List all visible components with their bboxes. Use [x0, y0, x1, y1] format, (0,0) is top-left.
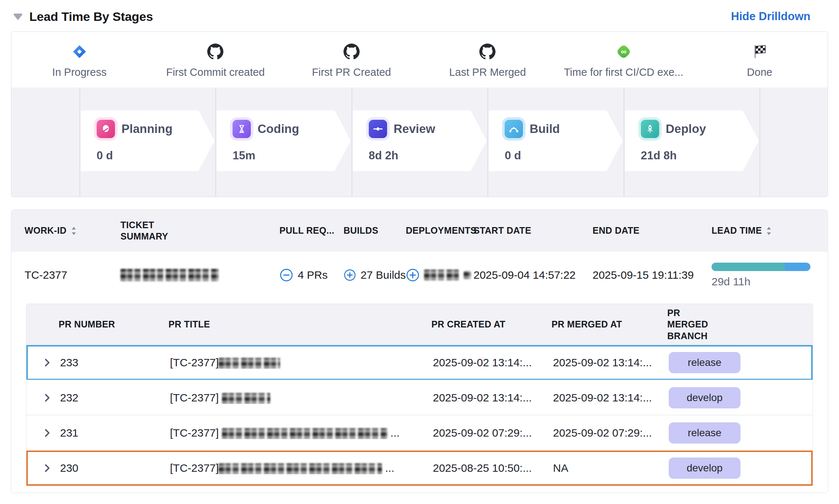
- milestone-label: In Progress: [52, 66, 107, 78]
- pr-merged-at: 2025-09-02 13:14:...: [553, 356, 669, 369]
- redacted-text: [120, 269, 219, 281]
- sort-work-id-button[interactable]: [71, 226, 77, 236]
- stage-card-review: Review 8d 2h: [353, 110, 487, 171]
- sort-lead-time-button[interactable]: [766, 226, 772, 236]
- hourglass-icon: [233, 120, 251, 138]
- col-pull-requests: PULL REQ...: [279, 225, 344, 236]
- pr-created-at: 2025-09-02 13:14:...: [433, 356, 553, 369]
- col-pr-number: PR NUMBER: [59, 319, 168, 330]
- ticket-summary-redacted: [120, 269, 279, 281]
- expand-chevron-icon[interactable]: [42, 358, 60, 367]
- expand-chevron-icon[interactable]: [42, 393, 60, 403]
- pr-row-230[interactable]: 230 [TC-2377] ... 2025-08-25 10:50:... N…: [26, 451, 813, 486]
- pr-number: 233: [60, 356, 170, 369]
- stage-card-deploy: Deploy 21d 8h: [625, 110, 759, 171]
- milestone-first-commit: First Commit created: [148, 32, 284, 88]
- deployments-cell[interactable]: [406, 268, 474, 282]
- pr-merged-at: 2025-09-02 07:29:...: [553, 427, 669, 439]
- jira-icon: [72, 41, 87, 62]
- stage-card-planning: Planning 0 d: [81, 110, 215, 171]
- stage-name: Build: [530, 122, 560, 136]
- cicd-infinity-icon: ∞: [615, 41, 632, 62]
- stage-duration: 8d 2h: [369, 149, 487, 162]
- redacted-text: [222, 393, 270, 404]
- milestone-first-pr: First PR Created: [283, 32, 420, 88]
- lead-time-cell: 29d 11h: [712, 263, 828, 288]
- redacted-text: [424, 270, 459, 281]
- pr-title: [TC-2377]: [170, 356, 433, 369]
- expand-chevron-icon[interactable]: [42, 428, 60, 438]
- collapse-minus-icon[interactable]: [279, 268, 293, 282]
- milestone-done: Done: [692, 32, 828, 88]
- pr-row-233[interactable]: 233 [TC-2377] 2025-09-02 13:14:... 2025-…: [26, 345, 813, 380]
- lead-time-stages-panel: In Progress First Commit created First P…: [11, 32, 828, 197]
- pr-row-232[interactable]: 232 [TC-2377] 2025-09-02 13:14:... 2025-…: [26, 380, 813, 415]
- lead-time-drilldown-page: Lead Time By Stages Hide Drilldown In Pr…: [0, 0, 839, 504]
- lead-bar-blue-segment: [785, 263, 810, 271]
- pr-table-header: PR NUMBER PR TITLE PR CREATED AT PR MERG…: [26, 304, 813, 345]
- stage-name: Planning: [122, 122, 172, 136]
- stage-duration: 15m: [233, 149, 350, 162]
- expand-plus-icon[interactable]: [406, 268, 420, 282]
- pr-merged-at: 2025-09-02 13:14:...: [553, 392, 669, 404]
- hide-drilldown-link[interactable]: Hide Drilldown: [731, 10, 828, 23]
- lead-time-bar: [712, 263, 810, 271]
- git-commit-icon: [369, 120, 387, 138]
- pr-title: [TC-2377] ...: [170, 462, 433, 474]
- col-end-date: END DATE: [593, 225, 712, 236]
- expand-plus-icon[interactable]: [344, 268, 356, 282]
- pull-requests-cell[interactable]: 4 PRs: [279, 268, 344, 282]
- pr-row-231[interactable]: 231 [TC-2377] ... 2025-09-02 07:29:... 2…: [26, 415, 813, 451]
- pr-number: 230: [60, 462, 170, 474]
- milestone-label: Done: [747, 66, 772, 78]
- work-item-row[interactable]: TC-2377 4 PRs 27 Builds: [11, 252, 828, 299]
- work-items-table: WORK-ID TICKET SUMMARY PULL REQ... BUILD…: [11, 210, 828, 493]
- milestone-first-cicd: ∞ Time for first CI/CD exe...: [556, 32, 692, 88]
- rocket-icon: [641, 120, 659, 138]
- col-start-date: START DATE: [474, 225, 593, 236]
- github-icon: [344, 41, 360, 62]
- stage-name: Coding: [257, 122, 299, 136]
- col-deployments: DEPLOYMENTS: [406, 225, 474, 236]
- redacted-text: [222, 428, 387, 439]
- planning-icon: [97, 120, 115, 138]
- github-icon: [479, 41, 495, 62]
- pr-created-at: 2025-08-25 10:50:...: [433, 462, 553, 474]
- pr-merged-branch: release: [669, 422, 811, 444]
- pr-created-at: 2025-09-02 13:14:...: [433, 392, 553, 404]
- lead-time-value: 29d 11h: [712, 275, 813, 288]
- col-ticket-summary: TICKET SUMMARY: [120, 219, 175, 242]
- pr-merged-branch: release: [669, 352, 811, 373]
- pr-title: [TC-2377]: [170, 392, 433, 404]
- col-pr-created-at: PR CREATED AT: [431, 319, 552, 330]
- work-id-value: TC-2377: [25, 269, 120, 281]
- col-lead-time: LEAD TIME: [712, 225, 828, 236]
- work-table-header: WORK-ID TICKET SUMMARY PULL REQ... BUILD…: [11, 210, 828, 252]
- stage-divider: [487, 88, 488, 197]
- branch-badge: develop: [669, 457, 740, 479]
- end-date-value: 2025-09-15 19:11:39: [593, 269, 712, 281]
- col-work-id: WORK-ID: [25, 225, 120, 236]
- collapse-caret-icon[interactable]: [13, 13, 23, 20]
- pr-merged-branch: develop: [669, 457, 811, 479]
- builds-cell[interactable]: 27 Builds: [344, 268, 406, 282]
- bezier-curve-icon: [505, 120, 523, 138]
- stage-duration: 0 d: [97, 149, 215, 162]
- stage-divider: [79, 88, 80, 197]
- pr-merged-at: NA: [553, 462, 669, 474]
- pr-merged-branch: develop: [669, 387, 811, 408]
- stage-duration: 0 d: [505, 149, 623, 162]
- milestone-label: Last PR Merged: [449, 66, 526, 78]
- stage-band: Planning 0 d Coding 15m: [11, 88, 828, 197]
- redacted-text: [464, 271, 471, 279]
- expand-chevron-icon[interactable]: [42, 463, 60, 473]
- col-pr-merged-branch: PR MERGED BRANCH: [667, 307, 722, 342]
- stage-divider: [352, 88, 352, 197]
- pull-requests-table: PR NUMBER PR TITLE PR CREATED AT PR MERG…: [26, 304, 813, 486]
- milestone-in-progress: In Progress: [11, 32, 148, 88]
- col-pr-title: PR TITLE: [168, 319, 431, 330]
- pr-number: 231: [60, 427, 170, 439]
- finish-flag-icon: [753, 41, 766, 62]
- col-pr-merged-at: PR MERGED AT: [552, 319, 667, 330]
- col-builds: BUILDS: [344, 225, 406, 236]
